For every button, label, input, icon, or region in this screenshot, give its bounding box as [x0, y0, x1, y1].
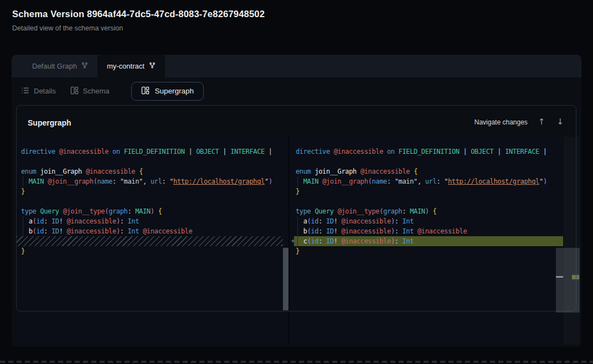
code-line: type Query @join__type(graph: MAIN) { [21, 206, 283, 216]
arrow-down-icon: ↓ [556, 117, 564, 127]
code-line: MAIN @join__graph(name: "main", url: "ht… [296, 176, 556, 186]
indent-guide [23, 176, 23, 186]
tab-supergraph[interactable]: Supergraph [131, 82, 204, 101]
code-line: a(id: ID! @inaccessible): Int [21, 216, 283, 226]
left-scrollbar-thumb[interactable] [283, 248, 288, 310]
fork-icon [149, 62, 156, 70]
code-line [296, 157, 556, 167]
tab-label: Supergraph [154, 87, 194, 95]
screen: Schema Version 8964af44-7dc5-47cd-8083-7… [0, 0, 593, 364]
diff-placeholder-line [17, 236, 283, 246]
code-line: a(id: ID! @inaccessible): Int [296, 216, 556, 226]
code-line: type Query @join__type(graph: MAIN) { [296, 206, 556, 216]
diff-editor: directive @inaccessible on FIELD_DEFINIT… [17, 137, 580, 345]
code-line: } [21, 186, 283, 196]
navigate-changes: Navigate changes ↑ ↓ [475, 117, 565, 127]
overview-ruler [556, 137, 564, 345]
code-line: directive @inaccessible on FIELD_DEFINIT… [21, 147, 283, 157]
tab-my-contract[interactable]: my-contract [97, 55, 165, 77]
minimap[interactable] [564, 137, 580, 345]
code-line: } [21, 246, 283, 256]
tab-label: my-contract [107, 62, 145, 70]
bottom-dashed-divider [0, 361, 593, 363]
section-title: Supergraph [28, 118, 71, 127]
pane-divider[interactable] [288, 137, 290, 345]
code-line [296, 196, 556, 206]
code-line: } [296, 186, 556, 196]
code-line: b(id: ID! @inaccessible): Int @inaccessi… [21, 226, 283, 236]
page-title: Schema Version 8964af44-7dc5-47cd-8083-7… [12, 9, 265, 19]
code-line: enum join__Graph @inaccessible { [21, 167, 283, 176]
navigate-up-button[interactable]: ↑ [537, 117, 546, 127]
diff-modified-pane[interactable]: directive @inaccessible on FIELD_DEFINIT… [290, 137, 556, 345]
code-line: } [296, 246, 556, 256]
graph-tabs: Default Graph my-contract [12, 55, 581, 77]
tab-label: Default Graph [32, 62, 77, 70]
added-code-line: c(id: ID! @inaccessible): Int [296, 236, 556, 246]
arrow-up-icon: ↑ [538, 117, 545, 127]
tab-schema[interactable]: Schema [70, 86, 110, 96]
code-line: enum join__Graph @inaccessible { [296, 167, 556, 176]
list-icon [21, 86, 29, 96]
code-link[interactable]: http://localhost/graphql [448, 178, 539, 185]
left-scrollbar[interactable] [283, 137, 288, 345]
page-subtitle: Detailed view of the schema version [12, 24, 123, 32]
panels-icon [70, 86, 79, 96]
code-line: b(id: ID! @inaccessible): Int @inaccessi… [296, 226, 556, 236]
right-scrollbar-thumb[interactable] [556, 248, 580, 313]
fork-icon [81, 62, 88, 70]
indent-guide [23, 216, 23, 236]
tab-default-graph[interactable]: Default Graph [23, 55, 97, 77]
code-line: MAIN @join__graph(name: "main", url: "ht… [21, 176, 283, 186]
tab-label: Schema [83, 87, 110, 95]
indent-guide [297, 216, 298, 246]
code-line [21, 196, 283, 206]
code-link[interactable]: http://localhost/graphql [173, 178, 265, 185]
schema-version-card: Default Graph my-contract Details Schema… [12, 55, 581, 347]
code-line: directive @inaccessible on FIELD_DEFINIT… [296, 147, 556, 157]
navigate-down-button[interactable]: ↓ [555, 117, 565, 127]
diff-original-pane[interactable]: directive @inaccessible on FIELD_DEFINIT… [17, 137, 283, 345]
indent-guide [297, 176, 298, 186]
tab-label: Details [34, 87, 56, 95]
tab-details[interactable]: Details [21, 86, 56, 96]
insert-sign: + [289, 236, 297, 246]
code-line [21, 157, 283, 167]
view-tabs: Details Schema Supergraph [12, 77, 581, 105]
navigate-changes-label: Navigate changes [475, 118, 528, 126]
panels-icon [141, 86, 149, 96]
